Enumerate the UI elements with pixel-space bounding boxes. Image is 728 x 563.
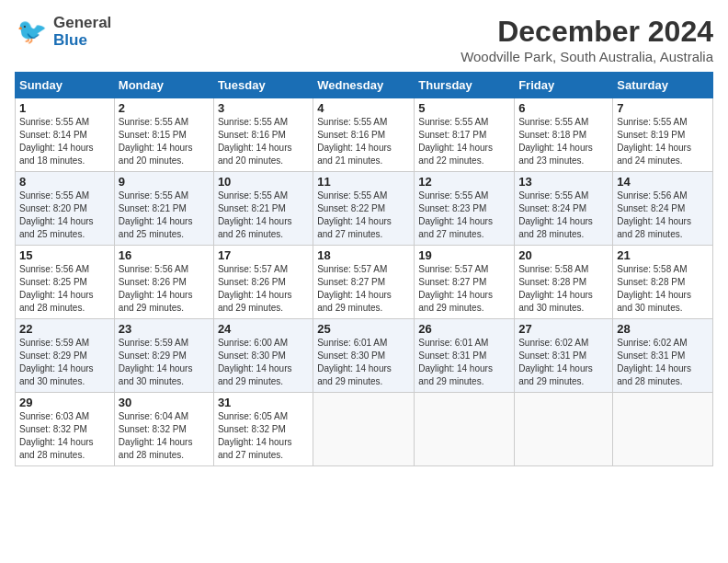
day-info: Sunrise: 5:57 AMSunset: 8:26 PMDaylight:… [218, 263, 309, 315]
svg-text:🐦: 🐦 [17, 17, 48, 46]
calendar-header-sunday: Sunday [16, 73, 115, 98]
calendar-week-row: 15Sunrise: 5:56 AMSunset: 8:25 PMDayligh… [16, 246, 713, 319]
calendar-week-row: 22Sunrise: 5:59 AMSunset: 8:29 PMDayligh… [16, 319, 713, 393]
day-info: Sunrise: 5:55 AMSunset: 8:15 PMDaylight:… [119, 116, 210, 167]
day-number: 20 [518, 248, 609, 262]
day-number: 13 [518, 175, 609, 189]
day-info: Sunrise: 5:58 AMSunset: 8:28 PMDaylight:… [518, 263, 609, 315]
day-number: 28 [617, 322, 709, 336]
day-info: Sunrise: 5:55 AMSunset: 8:24 PMDaylight:… [518, 190, 609, 241]
day-info: Sunrise: 5:55 AMSunset: 8:16 PMDaylight:… [218, 116, 309, 167]
calendar-day-21: 21Sunrise: 5:58 AMSunset: 8:28 PMDayligh… [613, 246, 713, 319]
logo-general: General [53, 15, 111, 32]
day-info: Sunrise: 5:55 AMSunset: 8:17 PMDaylight:… [418, 116, 510, 167]
day-info: Sunrise: 5:57 AMSunset: 8:27 PMDaylight:… [418, 263, 510, 315]
day-number: 27 [518, 322, 609, 336]
day-info: Sunrise: 5:56 AMSunset: 8:24 PMDaylight:… [617, 190, 709, 241]
calendar-day-19: 19Sunrise: 5:57 AMSunset: 8:27 PMDayligh… [415, 246, 515, 319]
calendar-header-tuesday: Tuesday [213, 73, 313, 98]
day-info: Sunrise: 6:02 AMSunset: 8:31 PMDaylight:… [518, 337, 609, 388]
day-info: Sunrise: 5:58 AMSunset: 8:28 PMDaylight:… [617, 263, 709, 315]
calendar-day-3: 3Sunrise: 5:55 AMSunset: 8:16 PMDaylight… [213, 98, 313, 172]
logo-blue: Blue [53, 32, 111, 50]
calendar-day-26: 26Sunrise: 6:01 AMSunset: 8:31 PMDayligh… [415, 319, 515, 393]
day-number: 6 [518, 101, 609, 115]
calendar-day-8: 8Sunrise: 5:55 AMSunset: 8:20 PMDaylight… [16, 172, 115, 246]
day-info: Sunrise: 5:55 AMSunset: 8:23 PMDaylight:… [418, 190, 510, 241]
calendar-day-25: 25Sunrise: 6:01 AMSunset: 8:30 PMDayligh… [313, 319, 415, 393]
calendar-empty-cell [515, 393, 613, 466]
day-number: 9 [119, 175, 210, 189]
calendar-day-12: 12Sunrise: 5:55 AMSunset: 8:23 PMDayligh… [415, 172, 515, 246]
calendar-header-wednesday: Wednesday [313, 73, 415, 98]
page-subtitle: Woodville Park, South Australia, Austral… [461, 49, 713, 64]
day-number: 2 [119, 101, 210, 115]
day-number: 1 [19, 101, 110, 115]
day-info: Sunrise: 6:05 AMSunset: 8:32 PMDaylight:… [218, 410, 309, 462]
day-number: 5 [418, 101, 510, 115]
day-info: Sunrise: 5:57 AMSunset: 8:27 PMDaylight:… [317, 263, 410, 315]
day-info: Sunrise: 5:55 AMSunset: 8:16 PMDaylight:… [317, 116, 410, 167]
day-info: Sunrise: 6:03 AMSunset: 8:32 PMDaylight:… [19, 410, 110, 462]
calendar-day-18: 18Sunrise: 5:57 AMSunset: 8:27 PMDayligh… [313, 246, 415, 319]
calendar-day-14: 14Sunrise: 5:56 AMSunset: 8:24 PMDayligh… [613, 172, 713, 246]
calendar-day-28: 28Sunrise: 6:02 AMSunset: 8:31 PMDayligh… [613, 319, 713, 393]
day-info: Sunrise: 5:59 AMSunset: 8:29 PMDaylight:… [19, 337, 110, 388]
calendar-empty-cell [313, 393, 415, 466]
logo: 🐦 General Blue [15, 15, 111, 50]
calendar-header-thursday: Thursday [415, 73, 515, 98]
calendar-empty-cell [613, 393, 713, 466]
day-info: Sunrise: 6:00 AMSunset: 8:30 PMDaylight:… [218, 337, 309, 388]
day-info: Sunrise: 5:55 AMSunset: 8:21 PMDaylight:… [119, 190, 210, 241]
day-number: 24 [218, 322, 309, 336]
calendar-day-7: 7Sunrise: 5:55 AMSunset: 8:19 PMDaylight… [613, 98, 713, 172]
day-info: Sunrise: 5:55 AMSunset: 8:18 PMDaylight:… [518, 116, 609, 167]
day-number: 23 [119, 322, 210, 336]
day-info: Sunrise: 6:01 AMSunset: 8:30 PMDaylight:… [317, 337, 410, 388]
calendar-day-29: 29Sunrise: 6:03 AMSunset: 8:32 PMDayligh… [16, 393, 115, 466]
logo-icon: 🐦 [15, 15, 50, 50]
calendar-week-row: 29Sunrise: 6:03 AMSunset: 8:32 PMDayligh… [16, 393, 713, 466]
title-area: December 2024 Woodville Park, South Aust… [461, 15, 713, 64]
day-info: Sunrise: 6:01 AMSunset: 8:31 PMDaylight:… [418, 337, 510, 388]
day-info: Sunrise: 5:55 AMSunset: 8:14 PMDaylight:… [19, 116, 110, 167]
day-number: 14 [617, 175, 709, 189]
day-info: Sunrise: 5:55 AMSunset: 8:22 PMDaylight:… [317, 190, 410, 241]
calendar-day-15: 15Sunrise: 5:56 AMSunset: 8:25 PMDayligh… [16, 246, 115, 319]
calendar-day-17: 17Sunrise: 5:57 AMSunset: 8:26 PMDayligh… [213, 246, 313, 319]
calendar-day-27: 27Sunrise: 6:02 AMSunset: 8:31 PMDayligh… [515, 319, 613, 393]
calendar-day-4: 4Sunrise: 5:55 AMSunset: 8:16 PMDaylight… [313, 98, 415, 172]
calendar-table: SundayMondayTuesdayWednesdayThursdayFrid… [15, 72, 713, 466]
day-number: 29 [19, 396, 110, 409]
day-number: 16 [119, 248, 210, 262]
calendar-empty-cell [415, 393, 515, 466]
calendar-day-11: 11Sunrise: 5:55 AMSunset: 8:22 PMDayligh… [313, 172, 415, 246]
day-info: Sunrise: 5:56 AMSunset: 8:25 PMDaylight:… [19, 263, 110, 315]
day-info: Sunrise: 5:55 AMSunset: 8:20 PMDaylight:… [19, 190, 110, 241]
day-info: Sunrise: 5:55 AMSunset: 8:21 PMDaylight:… [218, 190, 309, 241]
logo-text: General Blue [53, 15, 111, 49]
page-title: December 2024 [461, 15, 713, 49]
calendar-day-20: 20Sunrise: 5:58 AMSunset: 8:28 PMDayligh… [515, 246, 613, 319]
calendar-day-1: 1Sunrise: 5:55 AMSunset: 8:14 PMDaylight… [16, 98, 115, 172]
calendar-day-30: 30Sunrise: 6:04 AMSunset: 8:32 PMDayligh… [114, 393, 213, 466]
day-number: 30 [119, 396, 210, 409]
calendar-header-saturday: Saturday [613, 73, 713, 98]
day-info: Sunrise: 5:56 AMSunset: 8:26 PMDaylight:… [119, 263, 210, 315]
page-header: 🐦 General Blue December 2024 Woodville P… [15, 15, 713, 64]
calendar-header-friday: Friday [515, 73, 613, 98]
day-number: 10 [218, 175, 309, 189]
calendar-day-23: 23Sunrise: 5:59 AMSunset: 8:29 PMDayligh… [114, 319, 213, 393]
day-number: 15 [19, 248, 110, 262]
calendar-header-monday: Monday [114, 73, 213, 98]
calendar-day-24: 24Sunrise: 6:00 AMSunset: 8:30 PMDayligh… [213, 319, 313, 393]
calendar-header-row: SundayMondayTuesdayWednesdayThursdayFrid… [16, 73, 713, 98]
day-number: 8 [19, 175, 110, 189]
day-info: Sunrise: 5:55 AMSunset: 8:19 PMDaylight:… [617, 116, 709, 167]
day-number: 7 [617, 101, 709, 115]
day-number: 19 [418, 248, 510, 262]
calendar-day-2: 2Sunrise: 5:55 AMSunset: 8:15 PMDaylight… [114, 98, 213, 172]
day-number: 21 [617, 248, 709, 262]
day-info: Sunrise: 5:59 AMSunset: 8:29 PMDaylight:… [119, 337, 210, 388]
day-number: 26 [418, 322, 510, 336]
